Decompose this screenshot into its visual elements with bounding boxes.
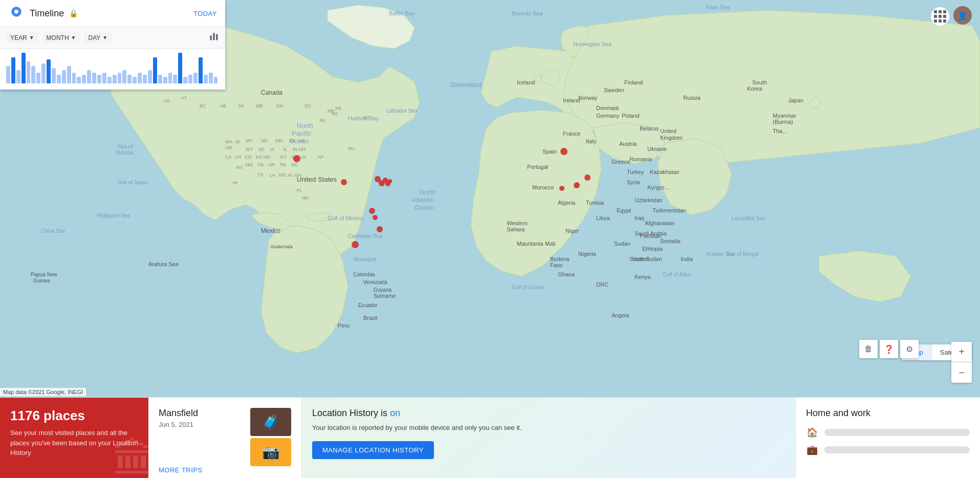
lh-status: on <box>390 408 400 418</box>
places-card[interactable]: 1176 places See your most visited places… <box>0 398 148 478</box>
manage-location-history-button[interactable]: MANAGE LOCATION HISTORY <box>312 441 434 459</box>
svg-text:PE: PE <box>335 106 341 111</box>
svg-text:Ocean: Ocean <box>415 204 434 211</box>
day-filter[interactable]: DAY ▼ <box>84 32 112 44</box>
svg-point-147 <box>293 155 300 162</box>
svg-text:Sea of: Sea of <box>118 144 133 149</box>
month-chevron: ▼ <box>71 35 76 40</box>
chart-bar <box>193 73 198 83</box>
svg-text:United States: United States <box>297 176 337 183</box>
apps-dot <box>934 10 937 13</box>
user-avatar[interactable]: 👤 <box>953 6 972 25</box>
svg-text:Egypt: Egypt <box>617 207 631 213</box>
header: Timeline 🔒 TODAY <box>0 0 225 27</box>
svg-text:Greece: Greece <box>612 159 630 165</box>
today-button[interactable]: TODAY <box>193 10 217 17</box>
month-filter[interactable]: MONTH ▼ <box>42 32 80 44</box>
trips-text: Mansfield Jun 5, 2021 <box>159 408 242 428</box>
chart-bar <box>67 66 71 83</box>
svg-text:Morocco: Morocco <box>532 184 554 190</box>
home-work-title: Home and work <box>806 408 970 419</box>
apps-dot <box>934 19 937 23</box>
zoom-in-button[interactable]: + <box>951 342 972 362</box>
trash-icon: 🗑 <box>864 344 873 354</box>
chart-toggle-button[interactable] <box>209 31 219 44</box>
camera-thumbnail: 📷 <box>250 438 291 466</box>
svg-point-154 <box>369 208 375 214</box>
svg-text:YT: YT <box>181 96 187 101</box>
chart-bar <box>62 70 66 83</box>
svg-text:Sahara: Sahara <box>507 226 525 232</box>
svg-text:QC: QC <box>304 103 312 108</box>
activity-chart <box>0 49 225 90</box>
places-count: 1176 places <box>10 408 138 424</box>
chart-bar <box>199 57 203 83</box>
svg-text:Gulf of Mexico: Gulf of Mexico <box>328 215 363 221</box>
bar-chart-icon <box>209 31 219 41</box>
apps-grid-button[interactable] <box>931 7 949 26</box>
svg-text:TX: TX <box>257 172 264 178</box>
svg-text:Ethiopia: Ethiopia <box>642 246 663 252</box>
svg-text:(Burma): (Burma) <box>773 119 793 125</box>
svg-text:MN: MN <box>275 138 282 143</box>
chart-bar <box>57 75 61 83</box>
svg-text:Russia: Russia <box>683 95 701 101</box>
year-filter[interactable]: YEAR ▼ <box>6 32 38 44</box>
svg-text:North: North <box>297 122 313 129</box>
more-trips-button[interactable]: MORE TRIPS <box>159 466 291 474</box>
home-address-bar <box>824 429 970 436</box>
svg-text:Ecuador: Ecuador <box>358 302 378 308</box>
svg-text:Caribbean Sea: Caribbean Sea <box>348 233 382 239</box>
svg-text:Labrador Sea: Labrador Sea <box>386 108 418 114</box>
svg-text:Angola: Angola <box>612 312 629 318</box>
trips-images: 🧳 📷 <box>250 408 291 466</box>
chart-bar <box>127 75 132 83</box>
svg-text:Libya: Libya <box>596 215 610 221</box>
apps-dot <box>943 19 946 23</box>
svg-text:Yemen: Yemen <box>632 256 649 262</box>
svg-text:Mali: Mali <box>545 241 555 247</box>
chart-bar <box>163 77 167 83</box>
svg-text:Baffin Bay: Baffin Bay <box>389 10 415 16</box>
location-history-title: Location History is on <box>312 408 785 419</box>
svg-text:Peru: Peru <box>338 322 350 329</box>
svg-text:OK: OK <box>257 162 264 167</box>
location-history-description: Your location is reported by your mobile… <box>312 423 785 433</box>
svg-text:Spain: Spain <box>542 148 557 155</box>
svg-text:IN OH: IN OH <box>293 147 306 152</box>
svg-text:Romania: Romania <box>629 156 652 162</box>
svg-text:Mexico: Mexico <box>261 227 280 234</box>
svg-text:WI: WI <box>289 138 295 143</box>
svg-point-160 <box>584 175 591 181</box>
delete-button[interactable]: 🗑 <box>859 340 878 358</box>
svg-text:Guyana: Guyana <box>374 287 391 293</box>
chart-bar <box>158 75 162 83</box>
svg-text:Norwegian Sea: Norwegian Sea <box>573 41 612 47</box>
chart-bar <box>31 66 35 83</box>
svg-text:CA: CA <box>225 155 232 160</box>
zoom-out-button[interactable]: − <box>951 362 972 383</box>
svg-text:Kingdom: Kingdom <box>660 135 682 141</box>
svg-point-161 <box>559 186 564 191</box>
svg-text:FL: FL <box>297 188 302 193</box>
chart-bar <box>6 66 10 83</box>
svg-text:UT: UT <box>235 155 242 160</box>
svg-text:NV: NV <box>236 165 243 170</box>
svg-text:Italy: Italy <box>586 138 597 144</box>
chart-bar <box>82 75 86 83</box>
apps-dot <box>939 15 942 18</box>
svg-text:Guatemala: Guatemala <box>270 244 293 249</box>
svg-text:Suriname: Suriname <box>374 293 396 299</box>
settings-button[interactable]: ⚙ <box>900 340 919 358</box>
svg-text:Greenland: Greenland <box>450 81 482 89</box>
svg-text:Iceland: Iceland <box>517 79 535 85</box>
chart-bar <box>27 61 31 83</box>
lock-icon: 🔒 <box>69 9 78 17</box>
svg-text:China Sea: China Sea <box>41 228 65 234</box>
chart-bar <box>97 75 101 83</box>
svg-text:Japan: Japan <box>788 97 803 103</box>
chart-bar <box>178 53 182 83</box>
help-button[interactable]: ❓ <box>880 340 898 358</box>
svg-text:OR: OR <box>225 145 232 150</box>
chart-bar <box>36 73 40 83</box>
